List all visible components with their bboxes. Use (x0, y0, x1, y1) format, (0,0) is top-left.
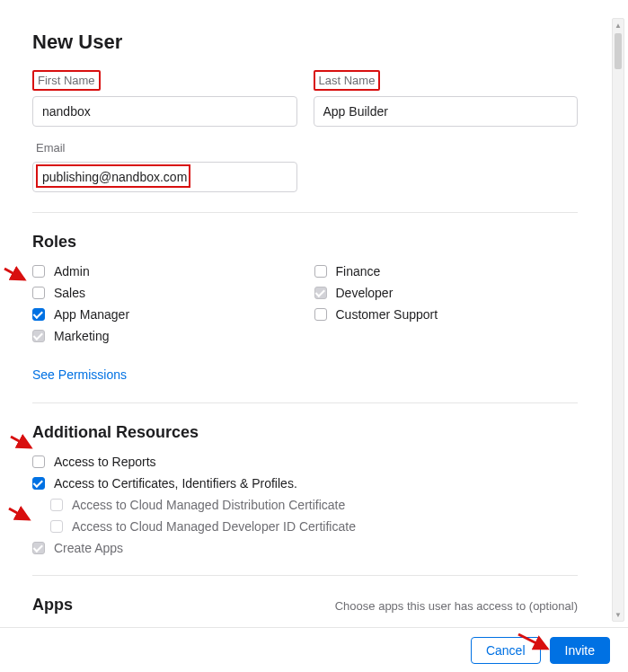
dialog-footer: Cancel Invite (0, 627, 628, 672)
checkbox-icon (50, 520, 63, 533)
first-name-label: First Name (32, 70, 101, 91)
apps-subtext: Choose apps this user has access to (opt… (335, 599, 578, 613)
checkbox-icon[interactable] (32, 265, 45, 278)
checkbox-icon[interactable] (32, 308, 45, 321)
resource-cloud-distribution: Access to Cloud Managed Distribution Cer… (50, 498, 578, 512)
checkbox-icon[interactable] (32, 477, 45, 490)
role-app-manager[interactable]: App Manager (32, 307, 296, 322)
role-sales[interactable]: Sales (32, 286, 296, 300)
divider (32, 575, 578, 576)
role-finance[interactable]: Finance (314, 264, 579, 279)
roles-grid: Admin Finance Sales Developer App Manage… (32, 264, 578, 343)
resource-access-certificates[interactable]: Access to Certificates, Identifiers & Pr… (32, 476, 578, 491)
scroll-up-icon[interactable]: ▲ (613, 19, 624, 31)
checkbox-icon (314, 287, 327, 299)
vertical-scrollbar[interactable]: ▲ ▼ (612, 18, 624, 622)
resource-create-apps: Create Apps (32, 541, 578, 555)
apps-heading: Apps (32, 596, 73, 615)
invite-button[interactable]: Invite (550, 637, 610, 664)
scroll-thumb[interactable] (615, 33, 622, 69)
checkbox-icon[interactable] (32, 455, 45, 468)
resource-access-reports[interactable]: Access to Reports (32, 455, 578, 469)
checkbox-icon (32, 542, 45, 554)
checkbox-icon (32, 330, 45, 342)
divider (32, 212, 578, 213)
last-name-label: Last Name (314, 70, 381, 91)
role-admin[interactable]: Admin (32, 264, 296, 279)
email-input[interactable] (32, 162, 297, 192)
form-scroll-area[interactable]: New User First Name Last Name Email Role… (0, 0, 610, 627)
see-permissions-link[interactable]: See Permissions (32, 367, 127, 382)
checkbox-icon[interactable] (314, 265, 327, 278)
first-name-input[interactable] (32, 96, 297, 127)
page-title: New User (32, 31, 578, 54)
checkbox-icon (50, 499, 63, 511)
checkbox-icon[interactable] (32, 287, 45, 299)
roles-heading: Roles (32, 233, 578, 252)
cancel-button[interactable]: Cancel (471, 637, 541, 664)
role-marketing: Marketing (32, 329, 296, 343)
divider (32, 402, 578, 403)
scroll-down-icon[interactable]: ▼ (613, 608, 624, 621)
last-name-input[interactable] (314, 96, 579, 127)
role-customer-support[interactable]: Customer Support (314, 307, 579, 322)
checkbox-icon[interactable] (314, 308, 327, 321)
role-developer: Developer (314, 286, 579, 300)
resource-cloud-developer-id: Access to Cloud Managed Developer ID Cer… (50, 519, 578, 534)
email-label: Email (32, 139, 69, 156)
additional-resources-heading: Additional Resources (32, 423, 578, 442)
